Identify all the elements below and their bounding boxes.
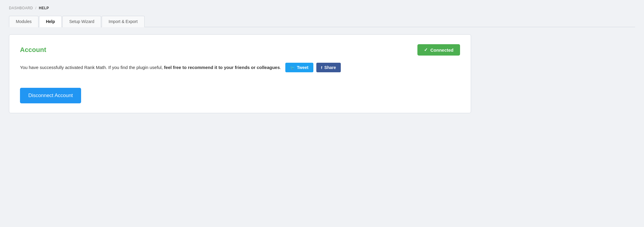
tab-setup-wizard[interactable]: Setup Wizard	[62, 16, 101, 27]
check-icon: ✓	[424, 47, 428, 53]
description-row: You have successfully activated Rank Mat…	[20, 63, 460, 77]
connected-badge: ✓ Connected	[417, 44, 460, 56]
tab-import-export[interactable]: Import & Export	[102, 16, 144, 27]
social-buttons: 🐦 Tweet f Share	[285, 63, 341, 72]
account-card: Account ✓ Connected You have successfull…	[9, 34, 471, 113]
description-period: .	[280, 65, 281, 70]
card-body: You have successfully activated Rank Mat…	[20, 63, 460, 103]
breadcrumb-current: HELP	[39, 6, 49, 10]
breadcrumb-separator: /	[35, 6, 37, 10]
disconnect-account-button[interactable]: Disconnect Account	[20, 88, 81, 103]
tweet-button[interactable]: 🐦 Tweet	[285, 63, 313, 72]
description-part1: You have successfully activated Rank Mat…	[20, 65, 163, 70]
card-header: Account ✓ Connected	[20, 44, 460, 56]
tab-modules[interactable]: Modules	[9, 16, 38, 27]
tabs-container: Modules Help Setup Wizard Import & Expor…	[9, 16, 635, 27]
breadcrumb-dashboard: DASHBOARD	[9, 6, 33, 10]
twitter-icon: 🐦	[290, 65, 295, 70]
connected-label: Connected	[430, 47, 453, 53]
description-text: You have successfully activated Rank Mat…	[20, 63, 341, 72]
account-title: Account	[20, 46, 46, 54]
share-button[interactable]: f Share	[316, 63, 341, 72]
breadcrumb: DASHBOARD / HELP	[9, 6, 635, 10]
facebook-icon: f	[321, 65, 322, 70]
tab-help[interactable]: Help	[39, 16, 62, 27]
description-bold: feel free to recommend it to your friend…	[164, 65, 280, 70]
